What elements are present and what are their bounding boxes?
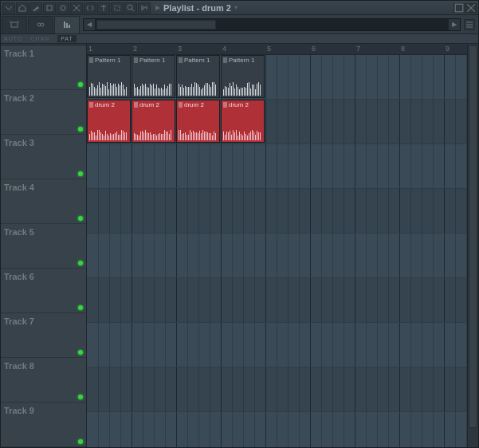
ruler-tick: 4: [222, 45, 226, 53]
mode-chan[interactable]: CHAN: [30, 36, 49, 41]
toolbar-icons: [1, 2, 151, 14]
track-name: Track 9: [4, 406, 86, 415]
svg-point-1: [61, 6, 65, 10]
main-area: Track 1Track 2Track 3Track 4Track 5Track…: [1, 44, 478, 447]
playback-tool-icon[interactable]: [138, 2, 151, 14]
ruler-tick: 2: [133, 45, 137, 53]
ruler[interactable]: 123456789: [87, 44, 467, 55]
window-title: Playlist - drum 2: [163, 3, 231, 13]
zoom-tool-icon[interactable]: [124, 2, 137, 14]
grid[interactable]: Pattern 1Pattern 1Pattern 1Pattern 1drum…: [87, 55, 467, 447]
track-name: Track 4: [4, 183, 86, 192]
title-area[interactable]: ▶ Playlist - drum 2 ▾: [151, 3, 453, 13]
ruler-tick: 7: [356, 45, 360, 53]
track-led[interactable]: [78, 305, 83, 310]
titlebar: ▶ Playlist - drum 2 ▾: [1, 1, 478, 15]
select-tool-icon[interactable]: [111, 2, 124, 14]
close-button[interactable]: [465, 3, 477, 13]
mode-pat[interactable]: PAT: [57, 35, 77, 42]
ruler-tick: 3: [178, 45, 182, 53]
drum-clip[interactable]: drum 2: [221, 100, 265, 143]
track-led[interactable]: [78, 350, 83, 355]
track-header[interactable]: Track 8: [1, 358, 86, 403]
secondary-toolbar: ◀ ▶: [1, 15, 478, 34]
svg-rect-2: [115, 6, 120, 10]
track-led[interactable]: [78, 127, 83, 132]
home-icon[interactable]: [16, 2, 29, 14]
vscroll-thumb[interactable]: [469, 45, 477, 428]
track-name: Track 7: [4, 316, 86, 326]
view-tab[interactable]: [54, 16, 80, 33]
ruler-tick: 1: [88, 45, 92, 53]
mode-auto[interactable]: AUTO: [4, 36, 22, 41]
options-menu-button[interactable]: [464, 19, 475, 30]
track-name: Track 1: [4, 49, 86, 58]
vertical-scrollbar[interactable]: [467, 44, 478, 447]
track-led[interactable]: [78, 82, 83, 87]
ruler-tick: 5: [267, 45, 271, 53]
scroll-left-button[interactable]: ◀: [84, 19, 95, 30]
track-header[interactable]: Track 7: [1, 313, 86, 358]
clip-label: Pattern 1: [229, 57, 254, 64]
track-header[interactable]: Track 2: [1, 90, 86, 135]
svg-point-7: [41, 23, 44, 26]
track-header[interactable]: Track 4: [1, 179, 86, 224]
track-header[interactable]: Track 1: [1, 45, 86, 90]
track-led[interactable]: [78, 439, 83, 444]
track-name: Track 5: [4, 227, 86, 237]
menu-dropdown-icon[interactable]: [2, 2, 15, 14]
track-led[interactable]: [78, 171, 83, 176]
pattern-clip[interactable]: Pattern 1: [132, 55, 175, 98]
drum-clip[interactable]: drum 2: [176, 100, 220, 143]
track-led[interactable]: [78, 261, 83, 265]
clip-label: Pattern 1: [95, 57, 120, 64]
horizontal-scrollbar[interactable]: ◀ ▶: [83, 18, 461, 31]
svg-rect-4: [455, 4, 463, 12]
playlist-window: ▶ Playlist - drum 2 ▾ ◀ ▶ AUTO CHAN PAT …: [0, 0, 479, 448]
scroll-thumb[interactable]: [96, 20, 216, 29]
track-name: Track 6: [4, 272, 86, 281]
timeline-grid[interactable]: 123456789 Pattern 1Pattern 1Pattern 1Pat…: [87, 44, 467, 447]
pattern-clip[interactable]: Pattern 1: [176, 55, 220, 98]
pattern-clip[interactable]: Pattern 1: [221, 55, 265, 98]
track-led[interactable]: [78, 395, 83, 399]
track-led[interactable]: [78, 216, 83, 221]
mute-tool-icon[interactable]: [70, 2, 83, 14]
delete-tool-icon[interactable]: [57, 2, 69, 14]
track-name: Track 8: [4, 361, 86, 371]
track-header[interactable]: Track 5: [1, 224, 86, 269]
track-list: Track 1Track 2Track 3Track 4Track 5Track…: [1, 44, 87, 447]
track-header[interactable]: Track 9: [1, 403, 86, 447]
ruler-tick: 8: [401, 45, 405, 53]
snap-tab[interactable]: [2, 16, 27, 33]
svg-point-6: [37, 23, 41, 26]
track-name: Track 2: [4, 93, 86, 103]
pattern-clip[interactable]: Pattern 1: [87, 55, 131, 98]
drum-clip[interactable]: drum 2: [132, 100, 175, 143]
maximize-button[interactable]: [453, 3, 465, 13]
link-tab[interactable]: [28, 16, 53, 33]
clip-label: Pattern 1: [139, 57, 165, 64]
title-dropdown-icon: ▾: [234, 4, 238, 11]
clip-label: Pattern 1: [184, 57, 210, 64]
draw-tool-icon[interactable]: [29, 2, 42, 14]
clip-label: drum 2: [184, 101, 204, 108]
clip-label: drum 2: [95, 101, 115, 108]
slip-tool-icon[interactable]: [84, 2, 96, 14]
ruler-tick: 9: [446, 45, 450, 53]
scroll-right-button[interactable]: ▶: [449, 19, 460, 30]
paint-tool-icon[interactable]: [43, 2, 56, 14]
track-header[interactable]: Track 6: [1, 269, 86, 313]
clip-label: drum 2: [229, 101, 249, 108]
slice-tool-icon[interactable]: [97, 2, 110, 14]
window-controls: [453, 3, 478, 13]
mode-tabs: AUTO CHAN PAT: [1, 34, 478, 44]
clip-label: drum 2: [139, 101, 159, 108]
title-expand-icon: ▶: [155, 4, 160, 11]
drum-clip[interactable]: drum 2: [87, 100, 131, 143]
track-name: Track 3: [4, 138, 86, 147]
svg-rect-5: [11, 22, 18, 27]
ruler-tick: 6: [312, 45, 316, 53]
svg-rect-0: [47, 6, 52, 10]
track-header[interactable]: Track 3: [1, 135, 86, 179]
